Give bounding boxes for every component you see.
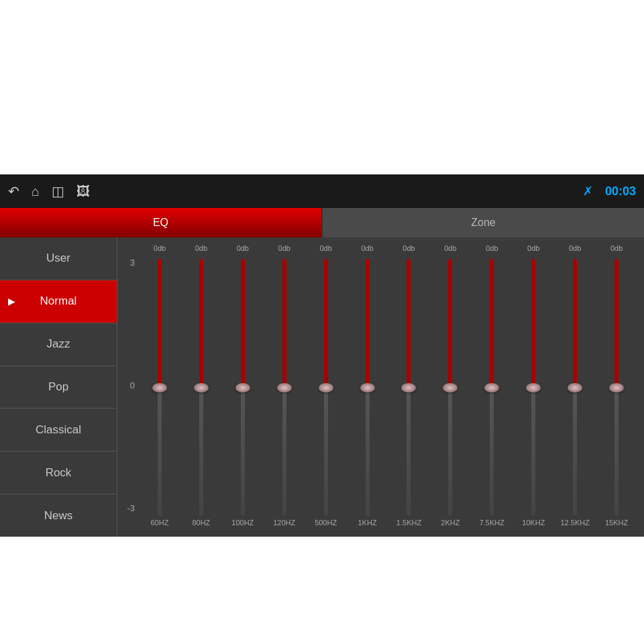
slider-thumb-3[interactable]	[277, 383, 292, 392]
slider-thumb-8[interactable]	[484, 383, 499, 392]
sliders-row	[139, 259, 637, 516]
slider-1khz[interactable]	[347, 259, 388, 516]
freq-labels-row: 60HZ 80HZ 100HZ 120HZ 500HZ 1KHZ 1.5KHZ …	[139, 519, 637, 533]
freq-label-7: 2KHZ	[429, 519, 471, 533]
device-screen: ↶ ⌂ ◫ 🖼 ✗ 00:03 EQ Zone User ▶ Normal	[0, 174, 644, 537]
slider-thumb-9[interactable]	[526, 383, 541, 392]
db-label-0: 0db	[139, 244, 180, 259]
main-content: User ▶ Normal Jazz Pop Classical Rock	[0, 237, 644, 537]
freq-label-4: 500HZ	[305, 519, 347, 533]
freq-label-9: 10KHZ	[513, 519, 554, 533]
sliders-container: 0db 0db 0db 0db 0db 0db 0db 0db 0db 0db …	[139, 244, 637, 533]
freq-label-6: 1.5KHZ	[388, 519, 430, 533]
scale-bot: -3	[124, 503, 135, 513]
scale-mid: 0	[124, 380, 135, 390]
slider-10khz[interactable]	[513, 259, 554, 516]
tab-eq[interactable]: EQ	[0, 208, 321, 237]
sidebar-item-user[interactable]: User	[0, 237, 117, 280]
freq-label-3: 120HZ	[264, 519, 305, 533]
scale-top: 3	[124, 258, 135, 268]
slider-thumb-4[interactable]	[319, 383, 333, 392]
db-label-6: 0db	[388, 244, 430, 259]
window-icon[interactable]: ◫	[52, 183, 64, 199]
db-label-4: 0db	[305, 244, 347, 259]
db-label-7: 0db	[429, 244, 471, 259]
db-label-3: 0db	[264, 244, 305, 259]
tab-bar: EQ Zone	[0, 208, 644, 237]
eq-with-scale: 3 0 -3 0db 0db 0db 0db 0db 0db 0db	[124, 244, 637, 533]
slider-thumb-0[interactable]	[152, 383, 167, 392]
freq-label-10: 12.5KHZ	[554, 519, 596, 533]
slider-60hz[interactable]	[139, 259, 180, 516]
slider-thumb-11[interactable]	[609, 383, 624, 392]
slider-thumb-1[interactable]	[194, 383, 209, 392]
sidebar: User ▶ Normal Jazz Pop Classical Rock	[0, 237, 117, 537]
sidebar-item-rock[interactable]: Rock	[0, 451, 117, 494]
slider-2khz[interactable]	[429, 259, 471, 516]
db-label-1: 0db	[180, 244, 222, 259]
slider-7-5khz[interactable]	[471, 259, 513, 516]
time-display: 00:03	[605, 184, 636, 199]
slider-thumb-10[interactable]	[568, 383, 582, 392]
db-label-8: 0db	[471, 244, 513, 259]
slider-thumb-6[interactable]	[401, 383, 416, 392]
db-label-9: 0db	[513, 244, 554, 259]
freq-label-8: 7.5KHZ	[471, 519, 513, 533]
sidebar-item-normal[interactable]: ▶ Normal	[0, 280, 117, 323]
slider-12-5khz[interactable]	[554, 259, 596, 516]
slider-thumb-5[interactable]	[360, 383, 375, 392]
slider-120hz[interactable]	[264, 259, 305, 516]
sidebar-item-classical[interactable]: Classical	[0, 409, 117, 451]
freq-label-11: 15KHZ	[596, 519, 637, 533]
bluetooth-icon: ✗	[583, 184, 593, 199]
db-label-5: 0db	[347, 244, 388, 259]
slider-100hz[interactable]	[222, 259, 264, 516]
slider-500hz[interactable]	[305, 259, 347, 516]
back-icon[interactable]: ↶	[8, 183, 19, 199]
db-label-10: 0db	[554, 244, 596, 259]
slider-1-5khz[interactable]	[388, 259, 430, 516]
freq-label-1: 80HZ	[180, 519, 222, 533]
sidebar-item-pop[interactable]: Pop	[0, 366, 117, 409]
freq-label-0: 60HZ	[139, 519, 180, 533]
slider-15khz[interactable]	[596, 259, 637, 516]
top-bar: ↶ ⌂ ◫ 🖼 ✗ 00:03	[0, 174, 644, 208]
freq-label-5: 1KHZ	[347, 519, 388, 533]
slider-thumb-7[interactable]	[443, 383, 458, 392]
tab-zone[interactable]: Zone	[323, 208, 644, 237]
eq-area: 3 0 -3 0db 0db 0db 0db 0db 0db 0db	[117, 237, 644, 537]
db-label-2: 0db	[222, 244, 264, 259]
home-icon[interactable]: ⌂	[32, 184, 40, 199]
play-icon: ▶	[8, 296, 15, 307]
scale-labels: 3 0 -3	[124, 244, 139, 533]
slider-thumb-2[interactable]	[235, 383, 250, 392]
image-icon[interactable]: 🖼	[76, 184, 90, 199]
db-labels-row: 0db 0db 0db 0db 0db 0db 0db 0db 0db 0db …	[139, 244, 637, 259]
sidebar-item-news[interactable]: News	[0, 494, 117, 537]
sidebar-item-jazz[interactable]: Jazz	[0, 323, 117, 366]
slider-80hz[interactable]	[180, 259, 222, 516]
freq-label-2: 100HZ	[222, 519, 264, 533]
db-label-11: 0db	[596, 244, 637, 259]
